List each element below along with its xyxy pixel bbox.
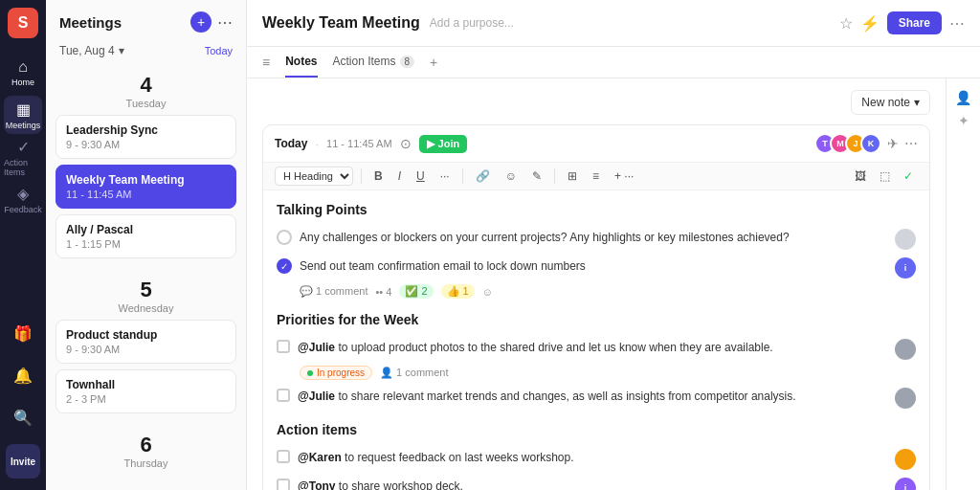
thumb-badge: 👍 1: [441, 284, 475, 299]
day-name-5: Wednesday: [56, 302, 236, 314]
check-badge: ✅ 2: [399, 284, 433, 299]
sidebar-item-bell[interactable]: 🔔: [4, 356, 42, 394]
more-format-button[interactable]: ···: [435, 167, 455, 185]
toolbar-divider-1: [361, 168, 362, 184]
meeting-card-townhall[interactable]: Townhall 2 - 3 PM: [56, 369, 236, 413]
meeting-card-active[interactable]: Weekly Team Meeting 11 - 11:45 AM: [56, 165, 236, 209]
icon-nav: S ⌂ Home ▦ Meetings ✓ Action Items ◈ Fee…: [0, 0, 46, 490]
item-avatar-pr1: [895, 339, 916, 360]
meeting-card-title-active: Weekly Team Meeting: [66, 173, 226, 187]
chevron-down-icon: ▾: [914, 96, 920, 109]
check-button[interactable]: ✓: [899, 167, 918, 185]
check-square-pr2[interactable]: [277, 389, 290, 402]
feedback-icon: ◈: [17, 185, 29, 203]
sidebar-item-meetings[interactable]: ▦ Meetings: [4, 96, 42, 134]
separator: ·: [315, 137, 319, 151]
plus-more-button[interactable]: + ···: [610, 167, 638, 185]
emoji-button[interactable]: ☺: [501, 167, 522, 185]
invite-button[interactable]: Invite: [6, 444, 40, 479]
join-button[interactable]: ▶ Join: [419, 135, 468, 153]
sparkle-icon[interactable]: ✦: [958, 113, 969, 128]
tab-notes[interactable]: Notes: [285, 47, 317, 78]
current-date: Tue, Aug 4: [59, 44, 115, 57]
heading-select[interactable]: H Heading: [275, 167, 353, 186]
item-text-ai1: @Karen to request feedback on last weeks…: [298, 449, 887, 466]
sidebar-item-action-items[interactable]: ✓ Action Items: [4, 138, 42, 176]
meetings-icon: ▦: [16, 100, 31, 119]
note-body: Talking Points Any challenges or blocker…: [263, 190, 929, 490]
today-button[interactable]: Today: [205, 45, 233, 56]
profile-icon[interactable]: 👤: [955, 90, 971, 105]
day-name-6: Thursday: [56, 457, 236, 469]
more-options-button[interactable]: ⋯: [949, 14, 965, 33]
meeting-title-area: Weekly Team Meeting Add a purpose...: [262, 14, 514, 32]
check-circle-tp2[interactable]: ✓: [277, 258, 292, 274]
item-avatar-ai1: [895, 449, 916, 470]
send-icon[interactable]: ✈: [887, 136, 899, 151]
clock-icon: ⊙: [400, 136, 412, 151]
day-number-6: 6: [56, 433, 236, 457]
italic-button[interactable]: I: [393, 167, 406, 185]
add-tab-button[interactable]: +: [430, 55, 437, 70]
expand-button[interactable]: ⬚: [875, 167, 895, 185]
chevron-down-icon: ▾: [119, 44, 124, 57]
check-circle-tp1[interactable]: [277, 230, 292, 245]
mention-julie-1: @Julie: [298, 341, 335, 354]
star-button[interactable]: ☆: [839, 14, 853, 33]
emoji-reaction: ☺: [482, 286, 493, 298]
add-meeting-button[interactable]: +: [190, 11, 212, 33]
sidebar-item-search[interactable]: 🔍: [4, 398, 42, 436]
list-item: @Julie to upload product photos to the s…: [277, 335, 916, 364]
tab-grip-icon: ≡: [262, 47, 270, 78]
toolbar-divider-3: [554, 168, 555, 184]
check-square-ai1[interactable]: [277, 450, 290, 463]
item-avatar-tp2: i: [895, 257, 916, 278]
table-button[interactable]: ⊞: [563, 167, 582, 185]
add-purpose[interactable]: Add a purpose...: [430, 16, 514, 30]
bell-icon: 🔔: [13, 367, 33, 385]
status-badge: In progress: [300, 366, 372, 380]
section-title-talking: Talking Points: [277, 202, 916, 217]
action-items-badge: 8: [400, 56, 415, 68]
search-icon: 🔍: [13, 409, 33, 427]
sidebar-header: Meetings + ⋯: [46, 0, 246, 40]
tab-action-items[interactable]: Action Items8: [333, 47, 415, 78]
item-text-tp2: Send out team confirmation email to lock…: [300, 257, 887, 275]
meeting-card[interactable]: Leadership Sync 9 - 9:30 AM: [56, 115, 236, 159]
meeting-card-time-3: 1 - 1:15 PM: [66, 238, 226, 250]
new-note-button[interactable]: New note ▾: [851, 90, 930, 115]
image-button[interactable]: 🖼: [850, 167, 871, 185]
date-nav-left[interactable]: Tue, Aug 4 ▾: [59, 44, 124, 57]
home-label: Home: [11, 78, 34, 87]
toolbar-right: 🖼 ⬚ ✓: [850, 167, 918, 185]
mention-julie-2: @Julie: [298, 390, 335, 403]
section-title-priorities: Priorities for the Week: [277, 312, 916, 327]
item-text-tp1: Any challenges or blockers on your curre…: [300, 229, 887, 246]
app-logo[interactable]: S: [8, 8, 38, 38]
note-header-right: T M J K ✈ ⋯: [814, 133, 918, 154]
check-square-pr1[interactable]: [277, 340, 290, 353]
note-area: New note ▾ Today · 11 - 11:45 AM ⊙ ▶ Joi…: [247, 78, 946, 490]
pen-button[interactable]: ✎: [527, 167, 546, 185]
share-button[interactable]: Share: [887, 11, 942, 34]
meeting-main-title: Weekly Team Meeting: [262, 14, 420, 32]
more-note-icon[interactable]: ⋯: [904, 136, 918, 151]
list-button[interactable]: ≡: [588, 167, 604, 185]
lightning-button[interactable]: ⚡: [860, 14, 880, 33]
status-dot: [307, 370, 313, 376]
link-button[interactable]: 🔗: [471, 167, 495, 185]
sidebar-item-home[interactable]: ⌂ Home: [4, 54, 42, 92]
check-square-ai2[interactable]: [277, 479, 290, 490]
video-icon: ▶: [427, 138, 434, 150]
underline-button[interactable]: U: [412, 167, 430, 185]
list-item: @Tony to share workshop deck. i: [277, 474, 916, 490]
section-title-action: Action items: [277, 422, 916, 437]
sidebar-item-feedback[interactable]: ◈ Feedback: [4, 180, 42, 218]
meeting-card-standup[interactable]: Product standup 9 - 9:30 AM: [56, 320, 236, 364]
mention-karen: @Karen: [298, 451, 342, 464]
more-icon[interactable]: ⋯: [217, 13, 233, 32]
meeting-card-3[interactable]: Ally / Pascal 1 - 1:15 PM: [56, 214, 236, 258]
gift-icon: 🎁: [13, 324, 33, 343]
bold-button[interactable]: B: [369, 167, 388, 185]
sidebar-item-gift[interactable]: 🎁: [4, 314, 42, 352]
